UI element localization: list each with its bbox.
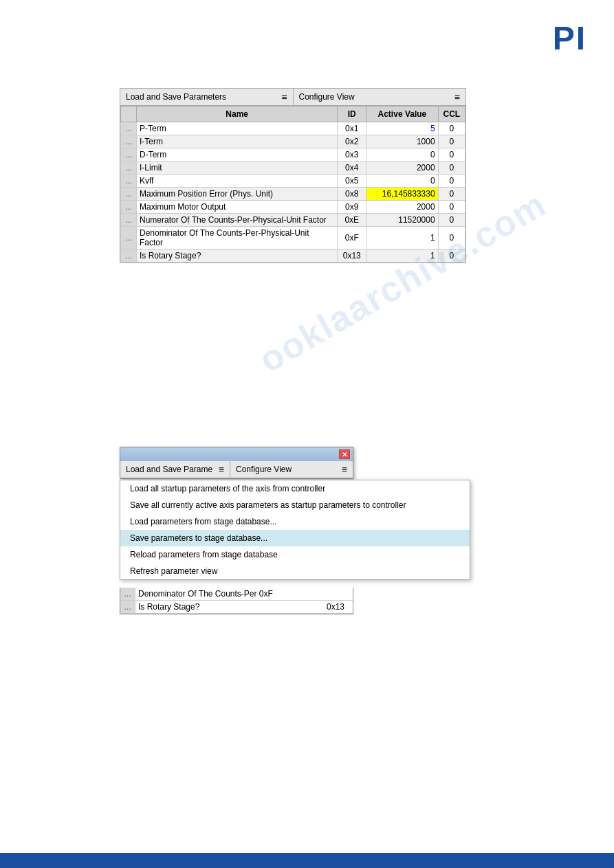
row-ccl: 0 — [438, 175, 465, 188]
row-dots[interactable]: ... — [121, 249, 137, 263]
context-menu-item[interactable]: Load all startup parameters of the axis … — [120, 480, 470, 497]
panel-header-right: Configure View ≡ — [294, 89, 466, 105]
row-dots[interactable]: ... — [121, 135, 137, 148]
row-value[interactable]: 11520000 — [366, 214, 438, 227]
load-save-menu-icon[interactable]: ≡ — [281, 91, 287, 102]
partial-row-2-dots: ... — [120, 601, 135, 613]
row-id: 0xF — [338, 227, 366, 249]
row-name: P-Term — [136, 122, 337, 135]
table-row: ...Kvff0x500 — [121, 175, 465, 188]
bottom-load-save-title: Load and Save Parame — [126, 465, 212, 474]
bottom-blue-bar — [0, 853, 614, 868]
col-header-dots — [121, 107, 137, 122]
context-menu: Load all startup parameters of the axis … — [120, 480, 470, 580]
row-id: 0x3 — [338, 148, 366, 162]
row-dots[interactable]: ... — [121, 188, 137, 201]
row-name: I-Term — [136, 135, 337, 148]
close-button[interactable]: ✕ — [339, 449, 350, 459]
row-id: 0x2 — [338, 135, 366, 148]
configure-view-menu-icon[interactable]: ≡ — [454, 91, 460, 102]
table-row: ...D-Term0x300 — [121, 148, 465, 162]
row-value[interactable]: 1 — [366, 249, 438, 263]
row-id: 0xE — [338, 214, 366, 227]
row-dots[interactable]: ... — [121, 162, 137, 175]
bottom-menu-icon[interactable]: ≡ — [219, 464, 224, 475]
partial-row-2-id: 0x13 — [318, 601, 353, 613]
table-row: ...Maximum Motor Output0x920000 — [121, 201, 465, 214]
bottom-panel-header-right: Configure View ≡ — [230, 461, 353, 478]
row-ccl: 0 — [438, 188, 465, 201]
col-header-id: ID — [338, 107, 366, 122]
row-dots[interactable]: ... — [121, 175, 137, 188]
partial-row-1-dots: ... — [120, 588, 135, 600]
row-ccl: 0 — [438, 201, 465, 214]
row-name: Kvff — [136, 175, 337, 188]
row-id: 0x5 — [338, 175, 366, 188]
row-ccl: 0 — [438, 162, 465, 175]
load-save-title: Load and Save Parameters — [126, 92, 226, 102]
row-value[interactable]: 16,145833330 — [366, 188, 438, 201]
row-value[interactable]: 0 — [366, 175, 438, 188]
row-name: Maximum Position Error (Phys. Unit) — [136, 188, 337, 201]
context-menu-item[interactable]: Save all currently active axis parameter… — [120, 497, 470, 513]
table-row: ...Is Rotary Stage?0x1310 — [121, 249, 465, 263]
partial-row-1-name: Denominator Of The Counts-Per 0xF — [135, 588, 353, 600]
row-id: 0x8 — [338, 188, 366, 201]
partial-row-2-name: Is Rotary Stage? — [135, 601, 318, 613]
panel-header-left: Load and Save Parameters ≡ — [120, 89, 294, 105]
row-dots[interactable]: ... — [121, 148, 137, 162]
context-menu-item[interactable]: Refresh parameter view — [120, 563, 470, 579]
table-row: ...P-Term0x150 — [121, 122, 465, 135]
context-menu-item[interactable]: Save parameters to stage database... — [120, 530, 470, 546]
col-header-ccl: CCL — [438, 107, 465, 122]
partial-row-2: ... Is Rotary Stage? 0x13 — [120, 601, 353, 614]
context-menu-item[interactable]: Reload parameters from stage database — [120, 546, 470, 563]
row-ccl: 0 — [438, 122, 465, 135]
row-name: Is Rotary Stage? — [136, 249, 337, 263]
row-id: 0x4 — [338, 162, 366, 175]
row-dots[interactable]: ... — [121, 201, 137, 214]
row-name: Numerator Of The Counts-Per-Physical-Uni… — [136, 214, 337, 227]
row-ccl: 0 — [438, 135, 465, 148]
bottom-panel-header-left: Load and Save Parame ≡ — [120, 461, 230, 478]
params-table: Name ID Active Value CCL ...P-Term0x150.… — [120, 106, 465, 263]
pi-logo: PI — [553, 19, 586, 57]
row-dots[interactable]: ... — [121, 227, 137, 249]
row-ccl: 0 — [438, 214, 465, 227]
row-value[interactable]: 2000 — [366, 162, 438, 175]
bottom-panel-header: Load and Save Parame ≡ Configure View ≡ — [120, 461, 353, 478]
row-value[interactable]: 5 — [366, 122, 438, 135]
row-name: D-Term — [136, 148, 337, 162]
table-row: ...Denominator Of The Counts-Per-Physica… — [121, 227, 465, 249]
context-menu-item[interactable]: Load parameters from stage database... — [120, 513, 470, 530]
row-ccl: 0 — [438, 148, 465, 162]
row-dots[interactable]: ... — [121, 214, 137, 227]
bottom-panel-titlebar: ✕ — [120, 447, 353, 461]
panel-header: Load and Save Parameters ≡ Configure Vie… — [120, 89, 465, 106]
configure-view-title: Configure View — [299, 92, 355, 102]
row-id: 0x9 — [338, 201, 366, 214]
bottom-panel: ✕ Load and Save Parame ≡ Configure View … — [120, 447, 353, 479]
row-value[interactable]: 1 — [366, 227, 438, 249]
table-row: ...I-Limit0x420000 — [121, 162, 465, 175]
row-name: Maximum Motor Output — [136, 201, 337, 214]
row-id: 0x1 — [338, 122, 366, 135]
col-header-name: Name — [136, 107, 337, 122]
bottom-configure-menu-icon[interactable]: ≡ — [342, 464, 347, 475]
row-dots[interactable]: ... — [121, 122, 137, 135]
partial-row-1: ... Denominator Of The Counts-Per 0xF — [120, 588, 353, 601]
table-row: ...Numerator Of The Counts-Per-Physical-… — [121, 214, 465, 227]
row-id: 0x13 — [338, 249, 366, 263]
bottom-partial-rows: ... Denominator Of The Counts-Per 0xF ..… — [120, 588, 353, 614]
row-ccl: 0 — [438, 249, 465, 263]
table-row: ...I-Term0x210000 — [121, 135, 465, 148]
row-value[interactable]: 1000 — [366, 135, 438, 148]
row-ccl: 0 — [438, 227, 465, 249]
bottom-configure-title: Configure View — [236, 465, 292, 474]
top-panel: Load and Save Parameters ≡ Configure Vie… — [120, 88, 466, 263]
table-row: ...Maximum Position Error (Phys. Unit)0x… — [121, 188, 465, 201]
col-header-value: Active Value — [366, 107, 438, 122]
row-value[interactable]: 2000 — [366, 201, 438, 214]
row-value[interactable]: 0 — [366, 148, 438, 162]
row-name: Denominator Of The Counts-Per-Physical-U… — [136, 227, 337, 249]
